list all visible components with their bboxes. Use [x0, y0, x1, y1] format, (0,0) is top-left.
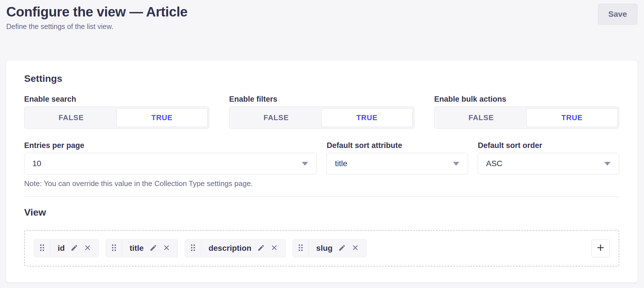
default-sort-order-value: ASC [486, 159, 502, 168]
displayed-fields-dropzone: id [24, 230, 619, 266]
enable-filters-label: Enable filters [229, 95, 414, 103]
select-row: Entries per page 10 Note: You can overri… [24, 142, 619, 188]
pencil-icon [257, 244, 265, 252]
page-subtitle: Define the settings of the list view. [6, 22, 637, 31]
field-pill-label: description [209, 244, 252, 253]
drag-handle[interactable] [106, 239, 122, 257]
enable-filters-toggle[interactable]: FALSE TRUE [229, 107, 414, 129]
edit-field-button[interactable] [70, 244, 78, 252]
remove-field-button[interactable] [84, 244, 91, 252]
drag-handle[interactable] [185, 239, 201, 257]
enable-search-false-option[interactable]: FALSE [26, 108, 117, 127]
pencil-icon [338, 244, 346, 252]
enable-search-true-option[interactable]: TRUE [117, 108, 208, 127]
enable-bulk-actions-field: Enable bulk actions FALSE TRUE [434, 95, 619, 129]
close-x-icon [271, 244, 278, 252]
close-x-icon [84, 244, 91, 252]
page-title: Configure the view — Article [6, 4, 637, 20]
close-x-icon [352, 244, 359, 252]
entries-per-page-select[interactable]: 10 [24, 153, 317, 174]
drag-dots-icon [40, 244, 45, 253]
drag-handle[interactable] [293, 239, 309, 257]
entries-per-page-label: Entries per page [24, 142, 317, 149]
field-pill-label: id [58, 244, 65, 253]
default-sort-order-label: Default sort order [478, 142, 619, 149]
default-sort-attribute-select[interactable]: title [327, 153, 468, 174]
entries-per-page-field: Entries per page 10 Note: You can overri… [24, 142, 317, 188]
chevron-down-icon [302, 162, 308, 166]
close-x-icon [163, 244, 170, 252]
add-field-button[interactable] [591, 239, 610, 257]
enable-search-field: Enable search FALSE TRUE [24, 95, 209, 129]
field-pill-label: title [130, 244, 144, 253]
toggle-row: Enable search FALSE TRUE Enable filters … [24, 95, 619, 129]
settings-heading: Settings [24, 73, 619, 84]
edit-field-button[interactable] [149, 244, 157, 252]
remove-field-button[interactable] [352, 244, 359, 252]
plus-icon [596, 243, 605, 253]
remove-field-button[interactable] [163, 244, 170, 252]
enable-search-label: Enable search [24, 95, 209, 103]
enable-bulk-actions-true-option[interactable]: TRUE [526, 108, 618, 127]
pencil-icon [70, 244, 78, 252]
section-divider [24, 196, 619, 197]
drag-dots-icon [190, 244, 196, 253]
enable-filters-field: Enable filters FALSE TRUE [229, 95, 414, 129]
enable-bulk-actions-false-option[interactable]: FALSE [436, 108, 527, 127]
edit-field-button[interactable] [338, 244, 346, 252]
enable-filters-true-option[interactable]: TRUE [321, 108, 413, 127]
drag-dots-icon [111, 244, 117, 253]
entries-per-page-note: Note: You can override this value in the… [24, 179, 317, 188]
entries-per-page-value: 10 [32, 159, 41, 168]
enable-bulk-actions-toggle[interactable]: FALSE TRUE [434, 107, 619, 129]
page-header: Configure the view — Article Define the … [0, 0, 644, 31]
field-pill-description[interactable]: description [185, 239, 286, 257]
chevron-down-icon [453, 162, 459, 166]
field-pill-title[interactable]: title [106, 239, 178, 257]
save-button[interactable]: Save [598, 4, 637, 25]
settings-card: Settings Enable search FALSE TRUE Enable… [6, 61, 637, 282]
default-sort-order-select[interactable]: ASC [478, 153, 619, 174]
default-sort-attribute-field: Default sort attribute title [327, 142, 468, 174]
enable-search-toggle[interactable]: FALSE TRUE [24, 107, 209, 129]
default-sort-attribute-value: title [335, 159, 347, 168]
drag-handle[interactable] [34, 239, 50, 257]
view-heading: View [24, 206, 619, 218]
enable-bulk-actions-label: Enable bulk actions [434, 95, 619, 103]
drag-dots-icon [298, 244, 303, 253]
field-pill-label: slug [316, 244, 333, 253]
default-sort-attribute-label: Default sort attribute [327, 142, 468, 149]
field-pill-id[interactable]: id [34, 239, 99, 257]
enable-filters-false-option[interactable]: FALSE [231, 108, 321, 127]
edit-field-button[interactable] [257, 244, 265, 252]
pencil-icon [149, 244, 157, 252]
chevron-down-icon [604, 162, 610, 166]
field-pill-slug[interactable]: slug [292, 239, 367, 257]
remove-field-button[interactable] [271, 244, 278, 252]
default-sort-order-field: Default sort order ASC [478, 142, 619, 174]
